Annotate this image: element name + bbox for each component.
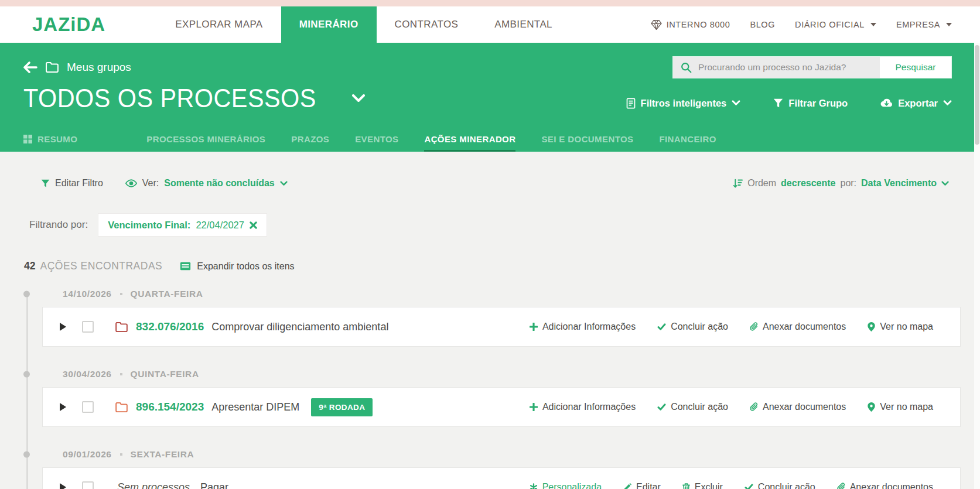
search-input[interactable] [698,62,872,73]
action-label: Anexar documentos [763,402,846,412]
nav-item-diario-oficial[interactable]: DIÁRIO OFICIAL [795,20,876,29]
remove-filter-icon[interactable] [250,221,257,229]
scrollbar-thumb[interactable] [975,45,979,145]
search-field [673,57,880,78]
tab-financeiro[interactable]: FINANCEIRO [659,134,716,152]
nav-item-blog[interactable]: BLOG [750,20,775,29]
date-group-header: 09/01/2026 SEXTA-FEIRA [0,449,980,460]
jazida-logo[interactable]: JAZiDA [32,13,105,36]
expand-row-icon[interactable] [60,323,66,331]
nav-item-ambiental[interactable]: AMBIENTAL [476,6,571,43]
tab-resumo[interactable]: RESUMO [23,134,77,152]
add-info-button[interactable]: Adicionar Informações [530,322,636,332]
document-icon [626,98,636,109]
chevron-down-icon [946,23,952,26]
tab-sei-e-documentos[interactable]: SEI E DOCUMENTOS [541,134,633,152]
cloud-download-icon [880,98,893,108]
plan-indicator[interactable]: INTERNO 8000 [651,20,730,30]
tab-acoes-minerador[interactable]: AÇÕES MINERADOR [424,134,515,152]
row-checkbox[interactable] [82,321,94,333]
tab-processos-minerarios[interactable]: PROCESSOS MINERÁRIOS [146,134,265,152]
folder-icon [46,62,59,73]
smart-filters-button[interactable]: Filtros inteligentes [626,98,741,109]
action-label: Excluir [695,482,723,489]
order-by-label: por: [840,178,856,189]
sort-icon [733,179,743,189]
timeline-dot [23,452,30,458]
expand-all-button[interactable]: Expandir todos os itens [180,261,294,272]
breadcrumb-label[interactable]: Meus grupos [67,61,131,74]
view-on-map-button[interactable]: Ver no mapa [868,322,933,332]
action-description: Comprovar diligenciamento ambiental [211,321,388,333]
navbar-right: INTERNO 8000 BLOG DIÁRIO OFICIAL EMPRESA [651,20,952,30]
action-label: Concluir ação [671,402,728,412]
complete-action-button[interactable]: Concluir ação [745,482,815,489]
date-separator [120,373,122,375]
tab-prazos[interactable]: PRAZOS [291,134,329,152]
paperclip-icon [750,402,758,412]
export-button[interactable]: Exportar [880,98,952,109]
nav-item-explorar-mapa[interactable]: EXPLORAR MAPA [157,6,281,43]
expand-row-icon[interactable] [60,403,66,411]
process-number-link[interactable]: 832.076/2016 [136,320,204,333]
export-label: Exportar [898,98,938,109]
group-weekday: SEXTA-FEIRA [131,449,194,460]
order-by-value: Data Vencimento [861,178,937,189]
add-info-button[interactable]: Adicionar Informações [530,402,636,412]
green-header: Meus grupos Pesquisar TODOS OS PROCESSOS [0,43,980,152]
check-icon [745,484,753,489]
grid-icon [23,135,32,143]
action-description: Pagar [200,481,228,489]
search-button[interactable]: Pesquisar [880,57,951,78]
attach-documents-button[interactable]: Anexar documentos [750,322,846,332]
smart-filters-label: Filtros inteligentes [641,98,727,109]
attach-documents-button[interactable]: Anexar documentos [750,402,846,412]
search-icon [681,62,692,73]
view-on-map-button[interactable]: Ver no mapa [868,402,933,412]
nav-item-contratos[interactable]: CONTRATOS [377,6,477,43]
back-arrow-icon[interactable] [23,61,37,73]
process-number-link[interactable]: 896.154/2023 [136,401,204,413]
complete-action-button[interactable]: Concluir ação [657,402,728,412]
edit-filter-label: Editar Filtro [55,178,103,189]
content-area: Editar Filtro Ver: Somente não concluída… [0,152,980,489]
row-checkbox[interactable] [82,481,94,489]
row-checkbox[interactable] [82,401,94,413]
order-dropdown[interactable]: Ordem decrescente por: Data Vencimento [733,178,949,189]
group-date: 09/01/2026 [63,449,112,460]
group-date: 14/10/2026 [63,289,112,299]
edit-button[interactable]: Editar [623,482,661,489]
custom-action-button[interactable]: Personalizada [530,482,602,489]
filter-group-button[interactable]: Filtrar Grupo [773,98,848,109]
timeline-line [26,297,28,489]
status-badge: 9ª RODADA [311,398,373,416]
edit-filter-button[interactable]: Editar Filtro [41,178,103,189]
chevron-down-icon [352,94,365,102]
active-filters-row: Filtrando por: Vencimento Final: 22/04/2… [0,213,980,237]
plus-icon [530,323,538,331]
nav-item-empresa[interactable]: EMPRESA [896,20,952,29]
page-title-dropdown[interactable]: TODOS OS PROCESSOS [23,83,365,114]
view-filter-dropdown[interactable]: Ver: Somente não concluídas [125,178,288,189]
scrollbar[interactable] [974,43,980,489]
action-card: Sem processos. Pagar Personalizada Edita… [42,467,961,489]
no-process-label: Sem processos. [117,481,193,489]
complete-action-button[interactable]: Concluir ação [657,322,728,332]
header-tabs: RESUMO PROCESSOS MINERÁRIOS PRAZOS EVENT… [23,134,952,152]
action-card: 896.154/2023 Apresentar DIPEM 9ª RODADA … [42,387,961,427]
filter-chip: Vencimento Final: 22/04/2027 [98,213,267,237]
tab-eventos[interactable]: EVENTOS [355,134,398,152]
nav-item-minerario[interactable]: MINERÁRIO [281,6,377,43]
expand-all-label: Expandir todos os itens [197,261,294,272]
action-label: Personalizada [542,482,602,489]
action-description: Apresentar DIPEM [211,401,299,413]
delete-button[interactable]: Excluir [682,482,723,489]
diario-label: DIÁRIO OFICIAL [795,20,865,29]
paperclip-icon [750,322,758,331]
attach-documents-button[interactable]: Anexar documentos [837,482,933,489]
filter-chip-name: Vencimento Final: [108,220,190,231]
filtering-by-label: Filtrando por: [29,219,88,231]
action-label: Adicionar Informações [542,402,636,412]
action-label: Ver no mapa [880,322,933,332]
expand-row-icon[interactable] [60,483,66,489]
